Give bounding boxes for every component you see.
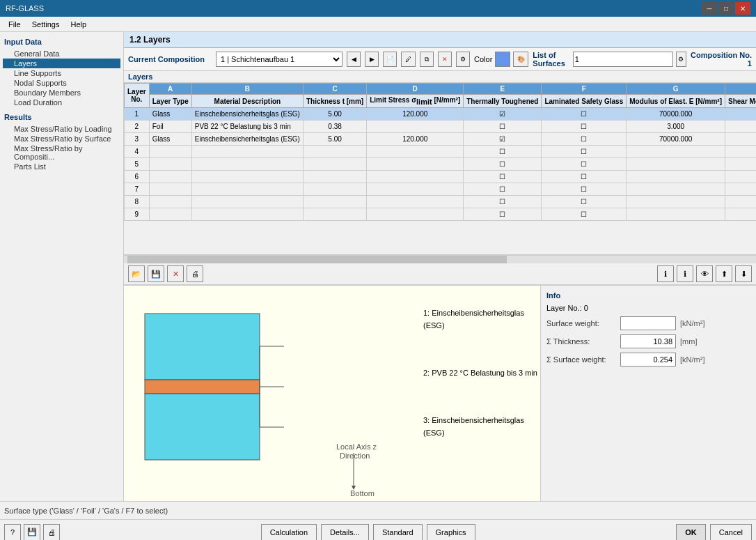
color-tool-button[interactable]: 🎨 <box>513 52 528 67</box>
th-f: F <box>542 84 627 95</box>
ok-button[interactable]: OK <box>676 524 706 541</box>
add-composition-button[interactable]: 📄 <box>383 52 397 67</box>
copy-composition-button[interactable]: ⧉ <box>420 52 434 67</box>
table-row[interactable]: 2FoilPVB 22 °C Belastung bis 3 min0.38☐☐… <box>125 121 757 133</box>
sidebar-item-general-data[interactable]: General Data <box>3 49 120 59</box>
svg-rect-0 <box>145 314 260 380</box>
content-area: 1.2 Layers Current Composition 1 | Schic… <box>124 32 756 501</box>
layers-section-label: Layers <box>124 71 756 83</box>
color-picker[interactable] <box>495 52 510 67</box>
import-button[interactable]: ⬇ <box>735 265 752 282</box>
legend-line2: 2: PVB 22 °C Belastung bis 3 min <box>423 367 540 379</box>
bottom-right-buttons: OK Cancel <box>676 524 752 541</box>
table-row[interactable]: 6☐☐ <box>125 171 757 183</box>
sidebar-item-load-duration[interactable]: Load Duration <box>3 98 120 107</box>
second-toolbar-right: ℹ ℹ 👁 ⬆ ⬇ <box>657 265 752 282</box>
info-title: Info <box>546 291 750 300</box>
sidebar-item-line-supports[interactable]: Line Supports <box>3 68 120 78</box>
color-section: Color 🎨 <box>474 52 528 67</box>
info-thickness-label: Σ Thickness: <box>546 337 616 346</box>
calculation-button[interactable]: Calculation <box>261 524 317 541</box>
print-button[interactable]: 🖨 <box>187 265 203 282</box>
sidebar-item-nodal-supports[interactable]: Nodal Supports <box>3 78 120 88</box>
sidebar-item-parts-list[interactable]: Parts List <box>3 162 120 171</box>
info2-button[interactable]: ℹ <box>677 265 693 282</box>
app-title: RF-GLASS <box>6 4 44 13</box>
details-button[interactable]: Details... <box>321 524 369 541</box>
sidebar-item-boundary-members[interactable]: Boundary Members <box>3 88 120 98</box>
table-row[interactable]: 8☐☐ <box>125 196 757 208</box>
composition-no-label: Composition No. 1 <box>691 51 752 68</box>
th-limit-stress: Limit Stress σlimit [N/mm²] <box>367 95 464 108</box>
print-icon-button[interactable]: 🖨 <box>43 524 60 541</box>
main-layout: Input Data General Data Layers Line Supp… <box>0 32 756 501</box>
close-button[interactable]: ✕ <box>735 2 750 15</box>
info-thickness-row: Σ Thickness: [mm] <box>546 334 750 348</box>
svg-rect-2 <box>145 394 260 460</box>
delete-composition-button[interactable]: ✕ <box>438 52 452 67</box>
help-icon-button[interactable]: ? <box>4 524 21 541</box>
th-b: B <box>191 84 303 95</box>
menu-settings[interactable]: Settings <box>26 19 65 30</box>
table-row[interactable]: 7☐☐ <box>125 183 757 196</box>
title-bar-controls: ─ □ ✕ <box>702 2 750 15</box>
table-row[interactable]: 1GlassEinscheibensicherheitsglas (ESG)5.… <box>125 108 757 121</box>
second-toolbar: 📂 💾 ✕ 🖨 ℹ ℹ 👁 ⬆ ⬇ <box>124 263 756 285</box>
composition-select[interactable]: 1 | Schichtenaufbau 1 <box>216 52 342 67</box>
layers-table: LayerNo. A B C D E F G H Layer Type Mate… <box>124 83 756 221</box>
surfaces-label: List of Surfaces <box>533 51 570 68</box>
menu-bar: File Settings Help <box>0 17 756 32</box>
sidebar: Input Data General Data Layers Line Supp… <box>0 32 124 501</box>
open-button[interactable]: 📂 <box>128 265 145 282</box>
menu-help[interactable]: Help <box>65 19 92 30</box>
maximize-button[interactable]: □ <box>718 2 734 15</box>
export-button[interactable]: ⬆ <box>716 265 732 282</box>
th-material-desc: Material Description <box>191 95 303 108</box>
prev-composition-button[interactable]: ◀ <box>347 52 361 67</box>
view-button[interactable]: 👁 <box>696 265 713 282</box>
cancel-button[interactable]: Cancel <box>710 524 752 541</box>
info-surface-weight-row: Surface weight: [kN/m²] <box>546 316 750 330</box>
info-thickness-input[interactable] <box>620 334 676 348</box>
sidebar-item-max-stress-composition[interactable]: Max Stress/Ratio by Compositi... <box>3 144 120 162</box>
table-row[interactable]: 5☐☐ <box>125 158 757 171</box>
next-composition-button[interactable]: ▶ <box>365 52 379 67</box>
sidebar-item-layers[interactable]: Layers <box>3 59 120 68</box>
layer-diagram-svg: Local Axis z Direction Bottom <box>138 300 430 501</box>
info-surface-weight-sum-row: Σ Surface weight: [kN/m²] <box>546 353 750 367</box>
preview-canvas: Local Axis z Direction Bottom 1: Einsche… <box>124 286 540 501</box>
table-row[interactable]: 3GlassEinscheibensicherheitsglas (ESG)5.… <box>125 133 757 146</box>
sidebar-item-max-stress-loading[interactable]: Max Stress/Ratio by Loading <box>3 124 120 134</box>
th-modulus-elast: Modulus of Elast. E [N/mm²] <box>627 95 725 108</box>
layer-legend: 1: Einscheibensicherheitsglas (ESG) 2: P… <box>423 307 540 439</box>
th-shear-mod: Shear Mod. G [N/mm <box>725 95 756 108</box>
title-bar: RF-GLASS ─ □ ✕ <box>0 0 756 17</box>
delete-button[interactable]: ✕ <box>167 265 184 282</box>
save-icon-button[interactable]: 💾 <box>24 524 40 541</box>
bottom-left-buttons: ? 💾 🖨 <box>4 524 60 541</box>
svg-text:Direction: Direction <box>340 452 370 460</box>
tool-composition-button[interactable]: ⚙ <box>456 52 470 67</box>
composition-label: Current Composition <box>128 55 212 63</box>
info-button[interactable]: ℹ <box>657 265 674 282</box>
graphics-button[interactable]: Graphics <box>427 524 475 541</box>
info-surface-weight-input[interactable] <box>620 316 676 330</box>
save-button[interactable]: 💾 <box>148 265 164 282</box>
minimize-button[interactable]: ─ <box>702 2 717 15</box>
edit-composition-button[interactable]: 🖊 <box>401 52 415 67</box>
th-layer-no: LayerNo. <box>125 84 150 108</box>
info-thickness-unit: [mm] <box>680 337 697 346</box>
standard-button[interactable]: Standard <box>373 524 423 541</box>
menu-file[interactable]: File <box>3 19 26 30</box>
scrollbar-horizontal[interactable] <box>124 255 756 263</box>
sidebar-item-max-stress-surface[interactable]: Max Stress/Ratio by Surface <box>3 134 120 144</box>
toolbar: Current Composition 1 | Schichtenaufbau … <box>124 48 756 71</box>
th-thermally-toughened: Thermally Toughened <box>464 95 542 108</box>
info-surface-weight-sum-input[interactable] <box>620 353 676 367</box>
table-row[interactable]: 4☐☐ <box>125 146 757 158</box>
surfaces-input[interactable] <box>573 52 673 67</box>
content-header: 1.2 Layers <box>124 32 756 48</box>
table-row[interactable]: 9☐☐ <box>125 208 757 221</box>
surfaces-tool-button[interactable]: ⚙ <box>676 52 686 67</box>
sidebar-results-section: Results Max Stress/Ratio by Loading Max … <box>3 111 120 171</box>
